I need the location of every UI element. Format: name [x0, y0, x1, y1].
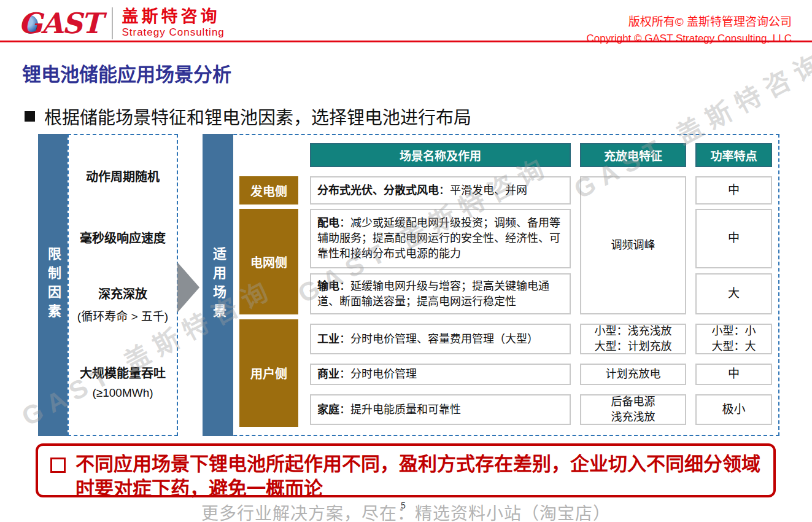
factor-item: 大规模能量吞吐 — [68, 364, 178, 381]
factor-item: 深充深放 — [68, 284, 178, 302]
power-cell-pv: 中 — [695, 176, 772, 205]
slide: GAST 盖斯特咨询 Strategy Consulting 版权所有© 盖斯特… — [0, 0, 812, 522]
subtitle-text: 根据储能场景特征和锂电池因素，选择锂电池进行布局 — [44, 103, 471, 129]
cell-desc: ：减少或延缓配电网升级投资；调频、备用等辅助服务；提高配电网运行的安全性、经济性… — [317, 217, 560, 260]
charge-line: 小型：浅充浅放 — [595, 324, 672, 339]
square-bullet-icon — [25, 111, 35, 122]
footer-watermark: 更多行业解决方案，尽在：精选资料小站（淘宝店） — [0, 500, 812, 522]
factor-item: 毫秒级响应速度 — [68, 228, 178, 246]
power-cell-home: 极小 — [695, 394, 772, 425]
arrow-right-icon — [177, 262, 199, 313]
power-cell-distribution: 中 — [695, 209, 772, 268]
hollow-square-bullet-icon — [50, 458, 66, 473]
gast-logo: GAST — [18, 9, 101, 37]
column-header-charge: 充放电特征 — [580, 143, 686, 167]
power-line: 小型：小 — [712, 324, 756, 339]
cell-desc: ：平滑发电、并网 — [439, 184, 527, 197]
brand-name-cn: 盖斯特咨询 — [122, 8, 224, 26]
scenario-cell-industry: 工业：分时电价管理、容量费用管理（大型） — [310, 324, 571, 354]
scenario-bar-label: 适用场景 — [208, 247, 228, 323]
cell-lead: 工业 — [317, 333, 339, 345]
brand-name-en: Strategy Consulting — [122, 26, 224, 39]
scenario-cell-pv: 分布式光伏、分散式风电：平滑发电、并网 — [310, 176, 571, 205]
scenario-cell-transmission: 输电：延缓输电网升级与增容；提高关键输电通道、断面输送容量；提高电网运行稳定性 — [310, 273, 571, 314]
cell-desc: ：分时电价管理、容量费用管理（大型） — [339, 333, 538, 345]
constraint-bar-label: 限制因素 — [43, 247, 63, 323]
charge-cell-commerce: 计划充放电 — [580, 364, 686, 385]
logo-text: GAST — [18, 9, 101, 37]
header-rule — [0, 41, 812, 42]
charge-cell-industry: 小型：浅充浅放大型：计划充放 — [580, 324, 686, 354]
cell-lead: 输电 — [317, 280, 339, 292]
cell-lead: 配电 — [317, 217, 339, 229]
cell-desc: ：提升电能质量和可靠性 — [339, 403, 461, 416]
power-cell-commerce: 中 — [695, 364, 772, 385]
column-header-power: 功率特点 — [695, 143, 772, 167]
cell-lead: 分布式光伏、分散式风电 — [317, 184, 439, 197]
group-label-generation: 发电侧 — [239, 176, 298, 205]
factor-item-sub: (≥100MWh) — [68, 386, 178, 400]
group-label-grid: 电网侧 — [239, 209, 298, 314]
charge-cell-home: 后备电源浅充浅放 — [580, 394, 686, 425]
scenario-cell-distribution: 配电：减少或延缓配电网升级投资；调频、备用等辅助服务；提高配电网运行的安全性、经… — [310, 209, 571, 268]
subtitle: 根据储能场景特征和锂电池因素，选择锂电池进行布局 — [25, 103, 471, 129]
copyright-cn: 版权所有© 盖斯特管理咨询公司 — [587, 12, 792, 29]
charge-line: 后备电源 — [611, 394, 655, 410]
summary-text: 不同应用场景下锂电池所起作用不同，盈利方式存在差别，企业切入不同细分领域时要对症… — [75, 452, 762, 490]
power-line: 大型：大 — [712, 339, 756, 354]
scenario-cell-commerce: 商业：分时电价管理 — [310, 364, 571, 385]
group-label-user: 用户侧 — [239, 319, 298, 427]
scenario-cell-home: 家庭：提升电能质量和可靠性 — [310, 394, 571, 425]
cell-desc: ：分时电价管理 — [339, 368, 417, 380]
factor-item-sub: (循环寿命 > 五千) — [64, 307, 182, 324]
power-cell-transmission: 大 — [695, 273, 772, 314]
copyright-en: Copyright © GAST Strategy Consulting, LL… — [587, 33, 792, 45]
charge-cell-span: 调频调峰 — [580, 176, 686, 314]
logo-divider — [112, 7, 113, 39]
cell-desc: ：延缓输电网升级与增容；提高关键输电通道、断面输送容量；提高电网运行稳定性 — [317, 280, 549, 308]
factor-item: 动作周期随机 — [68, 167, 178, 185]
charge-line: 浅充浅放 — [611, 410, 655, 425]
constraint-bar: 限制因素 — [38, 134, 68, 436]
cell-lead: 商业 — [317, 368, 339, 380]
charge-line: 大型：计划充放 — [595, 339, 672, 354]
page-title: 锂电池储能应用场景分析 — [22, 59, 231, 87]
column-header-scenario: 场景名称及作用 — [310, 143, 571, 167]
summary-box: 不同应用场景下锂电池所起作用不同，盈利方式存在差别，企业切入不同细分领域时要对症… — [36, 443, 776, 497]
cell-lead: 家庭 — [317, 403, 339, 416]
page-number: 5 — [401, 501, 406, 510]
scenario-bar: 适用场景 — [203, 134, 233, 436]
header: GAST 盖斯特咨询 Strategy Consulting — [18, 7, 225, 39]
power-cell-industry: 小型：小大型：大 — [695, 324, 772, 354]
